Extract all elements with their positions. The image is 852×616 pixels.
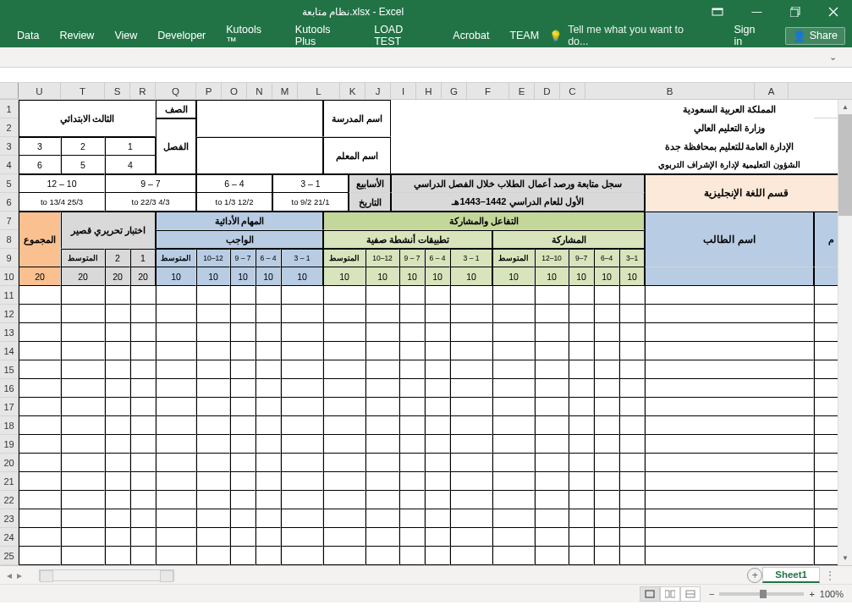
data-cell[interactable] bbox=[399, 323, 425, 342]
data-cell[interactable] bbox=[366, 472, 399, 491]
col-U[interactable]: U bbox=[19, 83, 61, 99]
data-cell[interactable] bbox=[156, 379, 196, 398]
data-cell[interactable] bbox=[366, 398, 399, 416]
data-cell[interactable] bbox=[323, 323, 366, 342]
data-cell[interactable] bbox=[535, 323, 569, 342]
data-cell[interactable] bbox=[130, 323, 156, 342]
data-cell[interactable] bbox=[19, 379, 61, 398]
row-header[interactable]: 8 bbox=[0, 230, 19, 249]
row-header[interactable]: 16 bbox=[0, 379, 19, 398]
data-cell[interactable] bbox=[281, 286, 323, 305]
data-cell[interactable] bbox=[399, 435, 425, 454]
v-t[interactable]: 20 bbox=[61, 267, 105, 286]
data-cell[interactable] bbox=[105, 491, 130, 509]
log-title-1[interactable]: سجل متابعة ورصد أعمال الطلاب خلال الفصل … bbox=[391, 174, 645, 193]
data-cell[interactable] bbox=[281, 323, 323, 342]
data-cell[interactable] bbox=[19, 472, 61, 491]
data-cell[interactable] bbox=[425, 528, 450, 547]
data-cell[interactable] bbox=[450, 491, 492, 509]
data-cell[interactable] bbox=[619, 286, 645, 305]
data-cell[interactable] bbox=[450, 323, 492, 342]
data-cell[interactable] bbox=[281, 416, 323, 435]
data-cell[interactable] bbox=[281, 454, 323, 472]
data-cell[interactable] bbox=[323, 398, 366, 416]
row-header[interactable]: 1 bbox=[0, 100, 19, 118]
tab-loadtest[interactable]: LOAD TEST bbox=[364, 24, 442, 47]
data-cell[interactable] bbox=[19, 491, 61, 509]
data-cell[interactable] bbox=[492, 305, 535, 323]
avg-q[interactable]: المتوسط bbox=[156, 249, 196, 267]
col-D[interactable]: D bbox=[535, 83, 560, 99]
ca-1-3[interactable]: 1 – 3 bbox=[450, 249, 492, 267]
data-cell[interactable] bbox=[645, 398, 814, 416]
data-cell[interactable] bbox=[399, 342, 425, 360]
data-cell[interactable] bbox=[492, 416, 535, 435]
data-cell[interactable] bbox=[619, 398, 645, 416]
data-cell[interactable] bbox=[450, 416, 492, 435]
data-cell[interactable] bbox=[594, 305, 619, 323]
tab-kutools-plus[interactable]: Kutools Plus bbox=[285, 24, 364, 47]
data-cell[interactable] bbox=[323, 379, 366, 398]
date-4[interactable]: 25/3 to 13/4 bbox=[19, 193, 105, 212]
data-cell[interactable] bbox=[569, 398, 594, 416]
data-cell[interactable] bbox=[323, 286, 366, 305]
row-header[interactable]: 10 bbox=[0, 267, 19, 286]
data-cell[interactable] bbox=[19, 305, 61, 323]
data-cell[interactable] bbox=[130, 528, 156, 547]
data-cell[interactable] bbox=[492, 360, 535, 379]
hw-4-6[interactable]: 4 – 6 bbox=[256, 249, 281, 267]
data-cell[interactable] bbox=[366, 509, 399, 528]
data-cell[interactable] bbox=[230, 398, 256, 416]
row-header[interactable]: 23 bbox=[0, 509, 19, 528]
data-cell[interactable] bbox=[366, 286, 399, 305]
v-o[interactable]: 10 bbox=[230, 267, 256, 286]
data-cell[interactable] bbox=[323, 547, 366, 565]
data-cell[interactable] bbox=[366, 416, 399, 435]
par-7-9[interactable]: 7–9 bbox=[569, 249, 594, 267]
data-cell[interactable] bbox=[450, 528, 492, 547]
data-cell[interactable] bbox=[19, 323, 61, 342]
data-cell[interactable] bbox=[19, 360, 61, 379]
data-cell[interactable] bbox=[156, 454, 196, 472]
vertical-scrollbar[interactable]: ▲ ▼ bbox=[838, 100, 852, 565]
data-cell[interactable] bbox=[105, 435, 130, 454]
data-cell[interactable] bbox=[645, 472, 814, 491]
col-A[interactable]: A bbox=[755, 83, 789, 99]
data-cell[interactable] bbox=[256, 398, 281, 416]
num-6[interactable]: 6 bbox=[19, 156, 61, 174]
data-cell[interactable] bbox=[399, 472, 425, 491]
col-Q[interactable]: Q bbox=[156, 83, 196, 99]
data-cell[interactable] bbox=[535, 509, 569, 528]
col-C[interactable]: C bbox=[560, 83, 585, 99]
sheet-body[interactable]: 1 الثالث الابتدائي الصف اسم المدرسة المم… bbox=[0, 100, 852, 286]
par-12-10[interactable]: 10–12 bbox=[535, 249, 569, 267]
hdr-supervision[interactable]: الشؤون التعليمية لإدارة الإشراف التربوي bbox=[645, 156, 814, 174]
ca-4-6[interactable]: 4 – 6 bbox=[425, 249, 450, 267]
zoom-level[interactable]: 100% bbox=[820, 589, 844, 599]
data-cell[interactable] bbox=[256, 509, 281, 528]
ca-12-10[interactable]: 12–10 bbox=[366, 249, 399, 267]
log-title-2[interactable]: الأول للعام الدراسي 1442–1443هـ bbox=[391, 193, 645, 212]
data-cell[interactable] bbox=[323, 305, 366, 323]
avg-t[interactable]: المتوسط bbox=[61, 249, 105, 267]
data-cell[interactable] bbox=[281, 472, 323, 491]
select-all-triangle[interactable] bbox=[0, 83, 19, 99]
data-cell[interactable] bbox=[425, 491, 450, 509]
data-cell[interactable] bbox=[230, 342, 256, 360]
data-cell[interactable] bbox=[535, 472, 569, 491]
data-cell[interactable] bbox=[425, 398, 450, 416]
data-cell[interactable] bbox=[156, 528, 196, 547]
data-cell[interactable] bbox=[61, 416, 105, 435]
data-cell[interactable] bbox=[230, 286, 256, 305]
data-cell[interactable] bbox=[105, 416, 130, 435]
data-cell[interactable] bbox=[323, 342, 366, 360]
ca-7-9[interactable]: 7 – 9 bbox=[399, 249, 425, 267]
data-cell[interactable] bbox=[130, 416, 156, 435]
data-cell[interactable] bbox=[61, 398, 105, 416]
num-1[interactable]: 1 bbox=[105, 137, 156, 156]
data-cell[interactable] bbox=[535, 416, 569, 435]
data-cell[interactable] bbox=[399, 547, 425, 565]
short-1[interactable]: 1 bbox=[130, 249, 156, 267]
data-cell[interactable] bbox=[281, 435, 323, 454]
data-cell[interactable] bbox=[323, 491, 366, 509]
